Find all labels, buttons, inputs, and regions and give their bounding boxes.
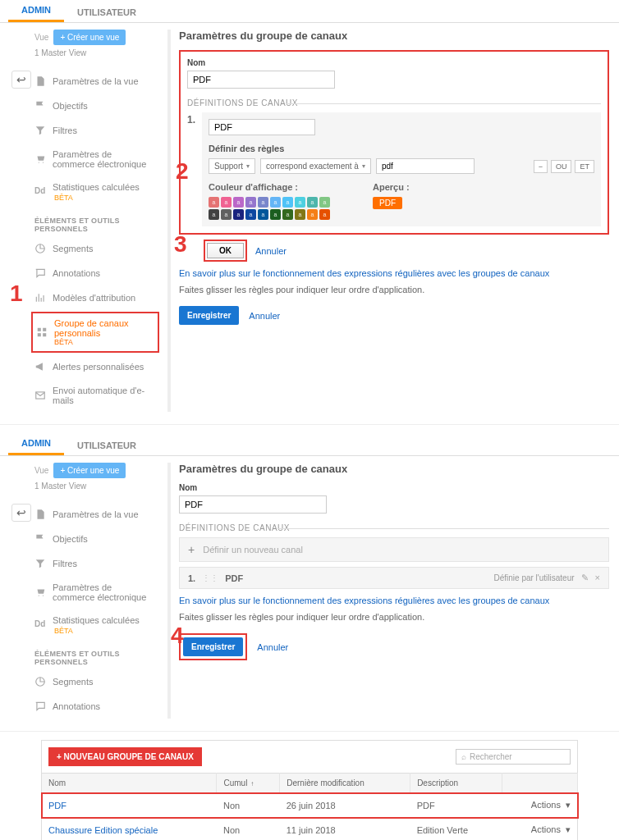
- search-icon: ⌕: [461, 752, 466, 761]
- or-button[interactable]: OU: [551, 160, 572, 173]
- row-name[interactable]: PDF: [42, 793, 217, 818]
- tabs-bar: ADMIN UTILISATEUR: [0, 0, 619, 23]
- match-select[interactable]: correspond exactement à▾: [260, 158, 371, 174]
- color-swatch[interactable]: a: [209, 209, 219, 220]
- menu-label: Paramètres de commerce électronique: [53, 149, 156, 169]
- col-desc[interactable]: Description: [410, 774, 502, 793]
- regex-help-link[interactable]: En savoir plus sur le fonctionnement des…: [179, 596, 549, 605]
- save-button[interactable]: Enregistrer: [183, 637, 243, 656]
- match-value-input[interactable]: [376, 158, 475, 174]
- cart-icon: [34, 587, 46, 598]
- svg-rect-4: [43, 333, 46, 336]
- menu-annotations[interactable]: Annotations: [34, 694, 156, 719]
- menu-annotations[interactable]: Annotations: [34, 261, 156, 285]
- pie-icon: [34, 676, 46, 687]
- master-view-label[interactable]: 1 Master View: [34, 48, 156, 57]
- actions-menu[interactable]: Actions ▾: [531, 824, 571, 834]
- and-button[interactable]: ET: [575, 160, 594, 173]
- row-desc: Edition Verte: [410, 818, 502, 841]
- row-cumul: Non: [217, 793, 280, 818]
- menu-view-settings[interactable]: Paramètres de la vue: [34, 502, 156, 527]
- menu-ecommerce[interactable]: Paramètres de commerce électronique: [34, 143, 156, 176]
- remove-button[interactable]: −: [534, 160, 548, 173]
- color-swatch[interactable]: a: [221, 209, 232, 220]
- menu-view-settings[interactable]: Paramètres de la vue: [34, 69, 156, 94]
- menu-alerts[interactable]: Alertes personnalisées: [34, 354, 156, 379]
- regex-help-link[interactable]: En savoir plus sur le fonctionnement des…: [179, 268, 549, 278]
- channel-row[interactable]: 1. ⋮⋮ PDF Définie par l'utilisateur ✎ ×: [179, 567, 609, 589]
- tab-admin[interactable]: ADMIN: [8, 0, 64, 22]
- menu-segments[interactable]: Segments: [34, 669, 156, 694]
- cancel-link[interactable]: Annuler: [255, 246, 287, 256]
- save-button[interactable]: Enregistrer: [179, 306, 239, 325]
- search-input[interactable]: ⌕ Rechercher: [456, 749, 571, 765]
- color-swatch[interactable]: a: [209, 197, 219, 208]
- drag-handle-icon[interactable]: ⋮⋮: [202, 573, 218, 582]
- menu-label: Envoi automatique d'e-mails: [53, 386, 156, 405]
- menu-calculated[interactable]: Dd Statistiques calculées BÊTA: [34, 176, 156, 208]
- menu-channel-group[interactable]: Groupe de canaux personnalisBÊTA: [31, 312, 159, 353]
- menu-filters[interactable]: Filtres: [34, 118, 156, 143]
- tab-admin[interactable]: ADMIN: [8, 433, 64, 455]
- cancel-link[interactable]: Annuler: [257, 642, 288, 652]
- color-swatch[interactable]: a: [233, 209, 244, 220]
- cancel-link-2[interactable]: Annuler: [249, 311, 280, 321]
- color-swatch[interactable]: a: [282, 197, 293, 208]
- menu-filters[interactable]: Filtres: [34, 551, 156, 576]
- menu-attribution[interactable]: 1 Modèles d'attribution: [34, 285, 156, 310]
- back-button[interactable]: ↩: [11, 504, 31, 522]
- color-swatch[interactable]: a: [295, 209, 305, 220]
- tab-user[interactable]: UTILISATEUR: [64, 2, 149, 22]
- back-button[interactable]: ↩: [11, 71, 31, 89]
- color-swatch[interactable]: a: [270, 209, 281, 220]
- col-cumul[interactable]: Cumul↑: [217, 774, 280, 793]
- row-modified: 26 juin 2018: [280, 793, 410, 818]
- menu-objectives[interactable]: Objectifs: [34, 527, 156, 551]
- tab-user[interactable]: UTILISATEUR: [64, 436, 149, 455]
- color-swatch[interactable]: a: [319, 209, 330, 220]
- name-input[interactable]: [179, 495, 327, 514]
- new-channel-placeholder: Définir un nouveau canal: [203, 545, 303, 555]
- row-name[interactable]: Chaussure Edition spéciale: [42, 818, 217, 841]
- close-icon[interactable]: ×: [595, 573, 600, 583]
- color-swatch[interactable]: a: [221, 197, 232, 208]
- menu-calculated[interactable]: DdStatistiques calculées BÊTA: [34, 609, 156, 641]
- panel-title: Paramètres du groupe de canaux: [179, 30, 609, 42]
- rule-name-input[interactable]: [209, 119, 315, 135]
- menu-email[interactable]: Envoi automatique d'e-mails: [34, 379, 156, 412]
- menu-objectives[interactable]: Objectifs: [34, 94, 156, 118]
- col-actions: [502, 774, 577, 793]
- color-swatch[interactable]: a: [307, 197, 318, 208]
- ok-button[interactable]: OK: [207, 243, 244, 258]
- menu-label: Filtres: [53, 559, 77, 568]
- color-swatch[interactable]: a: [295, 197, 305, 208]
- create-view-button[interactable]: + Créer une vue: [53, 30, 126, 45]
- color-swatch[interactable]: a: [319, 197, 330, 208]
- master-view-label[interactable]: 1 Master View: [34, 482, 156, 491]
- new-channel-group-button[interactable]: + NOUVEAU GROUPE DE CANAUX: [48, 747, 202, 766]
- color-swatch[interactable]: a: [270, 197, 281, 208]
- name-input[interactable]: [187, 71, 335, 89]
- color-swatch[interactable]: a: [245, 197, 256, 208]
- definitions-header: DÉFINITIONS DE CANAUX: [187, 98, 601, 107]
- plus-icon[interactable]: +: [188, 543, 195, 556]
- actions-menu[interactable]: Actions ▾: [531, 800, 571, 810]
- create-view-button[interactable]: + Créer une vue: [53, 463, 126, 478]
- menu-segments[interactable]: Segments: [34, 236, 156, 261]
- new-channel-row[interactable]: + Définir un nouveau canal: [179, 537, 609, 562]
- color-swatch[interactable]: a: [245, 209, 256, 220]
- menu-section-personal: ÉLÉMENTS ET OUTILS PERSONNELS: [34, 217, 156, 233]
- channel-table-section: + NOUVEAU GROUPE DE CANAUX ⌕ Rechercher …: [41, 740, 578, 840]
- dimension-select[interactable]: Support▾: [209, 158, 255, 174]
- color-swatch[interactable]: a: [233, 197, 244, 208]
- table-row[interactable]: PDF Non 26 juin 2018 PDF Actions ▾: [42, 793, 578, 818]
- color-swatch[interactable]: a: [307, 209, 318, 220]
- color-swatch[interactable]: a: [258, 197, 268, 208]
- table-row[interactable]: Chaussure Edition spéciale Non 11 juin 2…: [42, 818, 578, 841]
- color-swatch[interactable]: a: [258, 209, 268, 220]
- menu-ecommerce[interactable]: Paramètres de commerce électronique: [34, 576, 156, 609]
- col-modified[interactable]: Dernière modification: [280, 774, 410, 793]
- edit-icon[interactable]: ✎: [581, 573, 589, 583]
- color-swatch[interactable]: a: [282, 209, 293, 220]
- col-name[interactable]: Nom: [42, 774, 217, 793]
